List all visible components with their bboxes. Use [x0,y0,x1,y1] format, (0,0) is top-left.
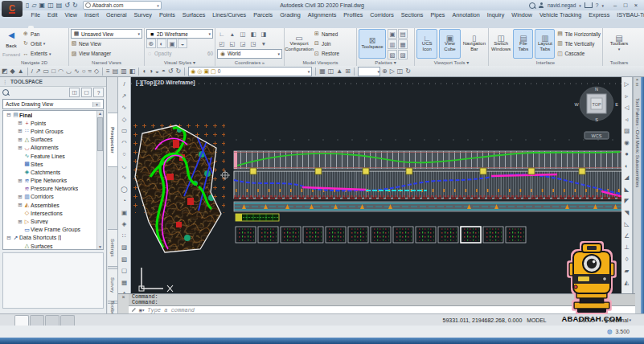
viewcube-north[interactable]: N [595,87,598,92]
modify-tool-icon[interactable]: ◑ [149,68,153,75]
switch-windows-button[interactable]: ◫Switch Windows [490,29,511,59]
back-button[interactable]: Back [6,43,16,48]
tool-palettes-bar[interactable]: × ≡ Tool Palettes - Civil Metric Subasse… [633,77,641,313]
draw-tool-icon[interactable]: ○ [82,68,86,75]
tree-expander-icon[interactable]: ⊞ [17,137,23,143]
modify-tool-icon[interactable]: ◐ [142,68,146,75]
modify-tool-icon[interactable]: ◒ [155,68,159,75]
menu-item[interactable]: Parcels [250,11,277,18]
tree-expander-icon[interactable]: ⊟ [6,235,12,241]
menu-item[interactable]: Surfaces [178,11,208,18]
forward-button[interactable]: Forward [2,52,20,57]
tree-item[interactable]: ◇ Intersections [3,209,103,217]
wcs-selector[interactable]: WCS [592,133,602,138]
visual-style-combo[interactable]: ■2D Wireframe▾ [146,29,213,39]
subassembly-tool-icon[interactable]: ◥ [625,207,630,218]
menu-item[interactable]: Grading [277,11,305,18]
toolspace-toolbar-button[interactable]: ▢ [81,88,92,97]
draw-tool-icon[interactable]: ◡ [66,68,72,75]
toolbars-button[interactable]: ▤Toolbars▾ [606,29,632,59]
menu-item[interactable]: View [61,11,80,18]
modify-tool-icon[interactable]: ↻ [175,68,181,75]
draw-toolbar-icon[interactable]: / [123,79,125,89]
draw-toolbar-icon[interactable]: ▦ [121,277,127,288]
draw-tool-icon[interactable]: / [31,68,33,75]
utility-tool-icon[interactable]: ⊕ [382,68,388,75]
style-dropdown[interactable]: ▾ [358,67,380,76]
subassembly-tool-icon[interactable]: ◤ [625,195,630,206]
viewcube-east[interactable]: E [615,102,618,107]
file-tabs-toggle[interactable]: ▤File Tabs [513,29,533,59]
format-tool-icon[interactable]: ▤ [113,68,119,75]
tree-item[interactable]: ◈ Catchments [3,168,103,176]
tile-vertically-button[interactable]: ▥Tile Vertically [556,39,601,48]
window-control-button[interactable]: × [631,2,641,10]
qat-icon[interactable]: ▱ [31,2,36,9]
ucs-tool-icon[interactable]: ◧ [248,29,258,39]
ucs-tool-icon[interactable]: ▴ [228,29,237,39]
tree-expander-icon[interactable]: ⊞ [17,178,23,184]
menu-item[interactable]: Insert [80,11,102,18]
menu-item[interactable]: General [102,11,130,18]
subassembly-tool-icon[interactable]: ◃ [626,114,629,125]
draw-toolbar-icon[interactable]: ◠ [121,137,127,148]
search-icon[interactable] [529,2,535,9]
user-menu-chevron[interactable]: ▾ [579,3,581,8]
draw-toolbar-icon[interactable]: ↗ [121,91,126,101]
tree-item[interactable]: ⊟ ▤ Final [3,111,103,119]
opacity-control[interactable]: ◌Opacity60 [146,49,213,59]
menu-item[interactable]: Sections [397,11,427,18]
toolspace-toggle-button[interactable]: ⊠ Toolspace [359,29,386,59]
toolspace-toolbar-button[interactable]: ◫ [69,88,80,97]
survey-toolbar-icon[interactable]: ◆ [10,68,15,75]
palette-icon-button[interactable]: ▥ [388,39,397,49]
tree-item[interactable]: ⊞ + Points [3,119,103,127]
format-tool-icon[interactable]: ▥ [121,68,127,75]
draw-tool-icon[interactable]: □ [51,68,55,75]
visual-style-icon-button[interactable]: ⊛ [146,39,156,48]
layer-tool-icon[interactable]: ⊞ [345,68,351,75]
viewcube-top-face[interactable]: TOP [592,102,601,107]
viewport-configuration-button[interactable]: ▭ Viewport Configuration [286,29,312,59]
subassembly-tool-icon[interactable]: ◁ [625,102,630,113]
utility-tool-icon[interactable]: ▷ [390,68,395,75]
modify-tool-icon[interactable]: ↺ [168,68,174,75]
menu-item[interactable]: Survey [130,11,155,18]
layout-tab[interactable] [14,315,29,326]
draw-toolbar-icon[interactable]: ◔ [122,195,126,206]
tile-horizontally-button[interactable]: ▤Tile Horizontally [556,29,601,39]
draw-toolbar-icon[interactable]: ∷ [122,231,126,241]
subassembly-tool-icon[interactable]: ◐ [625,161,629,171]
ucs-tool-icon[interactable]: ◨ [259,29,269,39]
draw-tool-icon[interactable]: ≈ [88,68,92,75]
subassembly-tool-icon[interactable]: ◣ [625,184,630,195]
menu-item[interactable]: Alignments [304,11,340,18]
new-view-button[interactable]: ▧New View [71,39,142,48]
tree-item[interactable]: △ Surfaces [3,242,103,250]
format-tool-icon[interactable]: ≡ [106,68,110,75]
tree-item[interactable]: ⊞ △ Surfaces [3,136,103,144]
menu-item[interactable]: ISYBAU-Translator [613,11,644,18]
draw-tool-icon[interactable]: ∿ [74,68,80,75]
menu-item[interactable]: Annotation [449,11,483,18]
subassembly-tool-icon[interactable]: ● [625,149,629,159]
survey-toolbar-icon[interactable]: ▲ [18,68,24,75]
palette-icon-button[interactable]: ▣ [388,29,397,39]
help-button[interactable]: ? [596,2,599,8]
model-space-button[interactable]: MODEL [527,317,546,323]
tree-expander-icon[interactable]: ⊞ [17,145,23,151]
viewcube-toggle[interactable]: ▣View Cube [439,29,460,59]
layer-dropdown[interactable]: ◉◎▣▢ 0 ▾ [188,67,312,76]
layout-tab[interactable] [30,315,44,326]
ucs-tool-icon[interactable]: ◫ [238,29,248,39]
visual-style-icon-button[interactable]: ◒ [178,39,187,48]
ucs-icon-toggle[interactable]: ∟UCS Icon [416,29,437,59]
tree-item[interactable]: ⊞ ▥ Corridors [3,193,103,201]
draw-toolbar-icon[interactable]: ▭ [121,125,127,136]
qat-icon[interactable]: ▯ [26,2,29,9]
tree-expander-icon[interactable]: ⊞ [17,120,23,126]
view-manager-button[interactable]: ▨View Manager [71,49,142,59]
menu-item[interactable]: Inquiry [483,11,508,18]
named-viewports-button[interactable]: ⊞Named [314,29,339,39]
geolocation-icon[interactable]: ◍ [607,328,613,335]
